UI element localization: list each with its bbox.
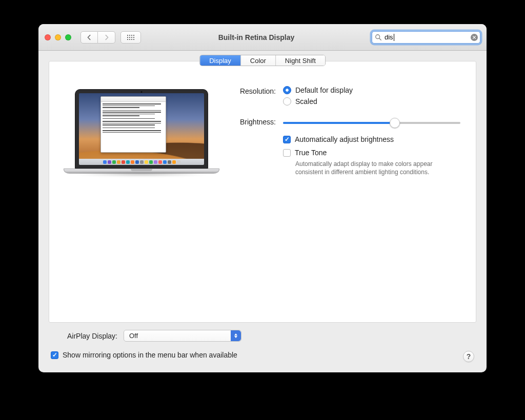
settings-panel: Display Color Night Shift xyxy=(49,61,476,323)
resolution-default-radio[interactable]: Default for display xyxy=(283,86,460,94)
preferences-window: Built-in Retina Display Display Color Ni… xyxy=(38,24,487,372)
tab-bar: Display Color Night Shift xyxy=(199,55,326,66)
select-value: Off xyxy=(129,332,138,340)
close-window-button[interactable] xyxy=(45,34,51,40)
airplay-label: AirPlay Display: xyxy=(51,332,117,340)
show-all-button[interactable] xyxy=(120,31,141,44)
stepper-arrows-icon xyxy=(231,330,241,341)
grid-icon xyxy=(127,34,135,40)
radio-icon xyxy=(283,97,291,106)
true-tone-checkbox[interactable]: True Tone xyxy=(283,149,460,157)
resolution-label: Resolution: xyxy=(229,86,276,95)
nav-group xyxy=(80,31,115,44)
true-tone-description: Automatically adapt display to make colo… xyxy=(295,160,459,176)
search-field[interactable] xyxy=(372,31,480,44)
svg-line-1 xyxy=(379,38,381,39)
x-icon xyxy=(472,35,476,39)
brightness-slider[interactable] xyxy=(283,118,460,128)
tab-label: Color xyxy=(250,57,266,65)
content-area: Display Color Night Shift xyxy=(38,51,487,372)
titlebar: Built-in Retina Display xyxy=(38,24,487,51)
help-button[interactable]: ? xyxy=(463,351,474,362)
slider-thumb[interactable] xyxy=(390,118,400,128)
minimize-window-button[interactable] xyxy=(55,34,61,40)
checkbox-icon xyxy=(283,136,291,143)
back-button[interactable] xyxy=(80,31,98,44)
help-icon: ? xyxy=(467,352,471,361)
checkbox-icon xyxy=(283,149,291,157)
tab-display[interactable]: Display xyxy=(200,55,240,66)
brightness-label: Brightness: xyxy=(229,117,276,126)
bottom-area: AirPlay Display: Off Show mirroring opti… xyxy=(49,323,476,362)
checkbox-label: Show mirroring options in the menu bar w… xyxy=(63,351,237,359)
radio-icon xyxy=(283,86,291,94)
clear-search-button[interactable] xyxy=(471,34,478,41)
checkbox-label: True Tone xyxy=(295,149,327,157)
airplay-select[interactable]: Off xyxy=(124,330,241,342)
window-controls xyxy=(45,34,71,40)
window-title: Built-in Retina Display xyxy=(146,33,367,41)
forward-button[interactable] xyxy=(98,31,115,44)
resolution-scaled-radio[interactable]: Scaled xyxy=(283,97,460,106)
checkbox-label: Automatically adjust brightness xyxy=(295,135,394,143)
chevron-right-icon xyxy=(103,34,110,41)
search-icon xyxy=(375,34,382,41)
show-mirroring-checkbox[interactable]: Show mirroring options in the menu bar w… xyxy=(51,351,237,359)
tab-color[interactable]: Color xyxy=(240,55,275,66)
auto-brightness-checkbox[interactable]: Automatically adjust brightness xyxy=(283,135,460,143)
tab-night-shift[interactable]: Night Shift xyxy=(275,55,325,66)
chevron-left-icon xyxy=(86,34,93,41)
radio-label: Scaled xyxy=(295,97,317,106)
zoom-window-button[interactable] xyxy=(65,34,71,40)
slider-fill xyxy=(283,122,395,124)
display-preview xyxy=(75,89,208,174)
checkbox-icon xyxy=(51,351,58,359)
search-input[interactable] xyxy=(372,31,480,44)
tab-label: Display xyxy=(209,57,231,65)
radio-label: Default for display xyxy=(295,86,353,94)
text-cursor xyxy=(394,34,394,41)
svg-point-0 xyxy=(376,34,380,38)
tab-label: Night Shift xyxy=(285,57,316,65)
